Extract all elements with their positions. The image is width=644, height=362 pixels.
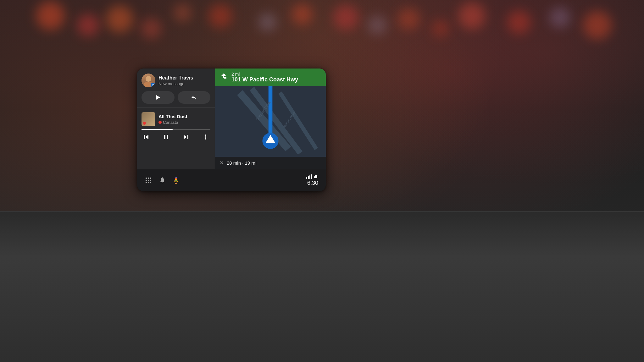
bottom-right-status: 6:30 — [306, 174, 318, 186]
android-auto-screen: ✉ Heather Travis New message — [137, 69, 326, 191]
message-badge: ✉ — [151, 83, 155, 87]
music-controls — [142, 132, 210, 142]
bottom-bar: 6:30 — [137, 169, 326, 191]
signal-bars — [306, 174, 312, 179]
svg-point-22 — [148, 177, 149, 178]
bokeh-light — [583, 11, 612, 39]
svg-point-23 — [150, 177, 151, 178]
progress-fill — [142, 129, 173, 130]
svg-rect-30 — [175, 177, 177, 181]
svg-rect-33 — [315, 175, 317, 178]
bokeh-light — [36, 2, 64, 30]
message-text-info: Heather Travis New message — [158, 75, 210, 86]
map-panel[interactable]: Garman Drive Garman Drive 2 mi 101 W Pac… — [215, 69, 326, 169]
music-info: All This Dust Canasta — [158, 114, 210, 125]
svg-point-26 — [150, 179, 151, 181]
svg-rect-5 — [187, 135, 188, 139]
bokeh-light — [292, 4, 312, 25]
bokeh-light — [398, 8, 420, 30]
signal-bar-4 — [311, 174, 312, 179]
bottom-left-icons — [145, 177, 180, 184]
music-card: All This Dust Canasta — [137, 108, 215, 169]
dashboard-surface — [0, 211, 644, 362]
svg-point-27 — [146, 182, 147, 183]
nav-header: 2 mi 101 W Pacific Coast Hwy — [215, 69, 326, 86]
svg-rect-32 — [175, 183, 177, 184]
svg-rect-1 — [144, 135, 145, 139]
message-subtitle: New message — [158, 81, 210, 86]
bokeh-light — [259, 14, 276, 31]
svg-point-28 — [148, 182, 149, 183]
signal-bar-1 — [306, 177, 307, 179]
signal-bar-3 — [309, 175, 310, 179]
pause-button[interactable] — [161, 132, 171, 142]
bokeh-light — [333, 5, 358, 30]
eta-text: 28 min · 19 mi — [227, 160, 256, 166]
eta-close-button[interactable]: ✕ — [219, 160, 224, 166]
svg-rect-31 — [176, 182, 176, 183]
skip-next-button[interactable] — [181, 132, 191, 142]
microphone-button[interactable] — [172, 177, 180, 184]
message-header: ✉ Heather Travis New message — [142, 74, 210, 87]
record-dot — [158, 121, 162, 124]
skip-prev-button[interactable] — [142, 132, 151, 142]
signal-bar-2 — [308, 176, 309, 179]
svg-point-21 — [146, 177, 147, 178]
svg-point-8 — [205, 136, 206, 138]
svg-marker-2 — [145, 135, 148, 139]
sender-name: Heather Travis — [158, 75, 210, 81]
svg-point-9 — [205, 138, 206, 140]
svg-rect-3 — [164, 135, 165, 139]
svg-point-7 — [205, 134, 206, 136]
apps-button[interactable] — [145, 177, 152, 184]
bokeh-light — [208, 4, 232, 28]
bokeh-light — [174, 4, 191, 21]
svg-rect-4 — [167, 135, 168, 139]
left-panel: ✉ Heather Travis New message — [137, 69, 215, 169]
svg-marker-0 — [156, 95, 160, 100]
screen-body: ✉ Heather Travis New message — [137, 69, 326, 169]
message-badge-icon: ✉ — [152, 84, 154, 86]
svg-point-25 — [148, 179, 149, 181]
nav-info: 2 mi 101 W Pacific Coast Hwy — [231, 72, 321, 83]
bokeh-light — [77, 14, 99, 36]
svg-marker-6 — [184, 135, 187, 139]
album-art — [142, 112, 155, 126]
bokeh-light — [432, 20, 449, 37]
more-options-button[interactable] — [201, 132, 210, 142]
play-button[interactable] — [142, 91, 175, 104]
bokeh-light — [368, 16, 387, 35]
turn-arrow-icon — [219, 72, 228, 82]
bokeh-light — [550, 7, 570, 28]
reply-button[interactable] — [178, 91, 211, 104]
avatar: ✉ — [142, 74, 155, 87]
bokeh-light — [141, 18, 161, 39]
svg-point-24 — [146, 179, 147, 181]
eta-bar: ✕ 28 min · 19 mi — [215, 157, 326, 169]
nav-distance: 2 mi — [231, 72, 321, 77]
nav-street: 101 W Pacific Coast Hwy — [231, 77, 321, 83]
progress-bar — [142, 129, 210, 130]
notifications-button[interactable] — [158, 177, 166, 184]
svg-point-29 — [150, 182, 151, 183]
music-header: All This Dust Canasta — [142, 112, 210, 126]
svg-rect-35 — [317, 176, 317, 178]
wifi-icon — [313, 174, 318, 179]
track-name: All This Dust — [158, 114, 210, 119]
time-display: 6:30 — [307, 180, 318, 186]
svg-rect-34 — [314, 176, 315, 178]
bokeh-light — [106, 6, 133, 32]
bokeh-light — [458, 3, 485, 29]
artist-name: Canasta — [158, 120, 210, 125]
message-actions — [142, 91, 210, 104]
message-card: ✉ Heather Travis New message — [137, 69, 215, 108]
bokeh-light — [507, 10, 531, 34]
